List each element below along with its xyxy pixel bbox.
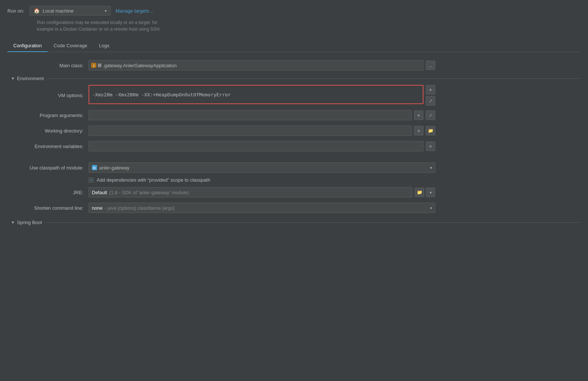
module-icon: ▤ <box>92 165 97 170</box>
working-dir-field[interactable] <box>89 126 412 136</box>
shorten-detail-text: - java [options] className [args] <box>105 205 174 211</box>
run-on-description: Run configurations may be executed local… <box>37 19 581 32</box>
jre-dropdown[interactable]: Default (1.8 - SDK of 'anler-gateway' mo… <box>89 187 412 198</box>
expand-icon2: ⤢ <box>429 113 432 118</box>
jre-label: JRE: <box>7 190 89 195</box>
add-deps-checkbox[interactable]: ✓ <box>89 178 94 183</box>
main-class-field[interactable] <box>103 63 421 68</box>
main-class-label: Main class: <box>7 63 89 68</box>
run-on-label: Run on: <box>7 8 24 14</box>
tab-logs[interactable]: Logs <box>93 40 115 52</box>
run-on-row: Run on: 🏠 Local machine ▾ Manage targets… <box>7 6 581 16</box>
java-icon: J <box>91 63 96 68</box>
shorten-cmd-dropdown[interactable]: none - java [options] className [args] ▾ <box>89 203 435 213</box>
home-icon: 🏠 <box>34 8 40 14</box>
program-args-label: Program arguments: <box>7 113 89 118</box>
form-section: Main class: J ... ▼ Environment VM optio… <box>7 59 581 225</box>
program-args-row: Program arguments: + ⤢ <box>7 109 581 121</box>
program-args-expand-button[interactable]: ⤢ <box>426 110 435 120</box>
main-class-row: Main class: J ... <box>7 59 581 71</box>
jre-browse-button[interactable]: 📁 <box>415 188 424 197</box>
env-vars-browse-button[interactable]: ≡ <box>426 141 435 151</box>
checkbox-label: Add dependencies with “provided” scope t… <box>97 177 210 183</box>
spring-boot-collapse-arrow[interactable]: ▼ <box>11 220 15 224</box>
jre-detail-text: (1.8 - SDK of 'anler-gateway' module) <box>109 190 189 195</box>
classpath-module-text: anler-gateway <box>99 165 129 171</box>
tabs-row: Configuration Code Coverage Logs <box>7 40 581 52</box>
spring-boot-section-label: Spring Boot <box>17 220 42 225</box>
shorten-none-text: none <box>92 205 103 211</box>
jre-folder-icon: 📁 <box>417 190 422 195</box>
env-vars-field[interactable] <box>89 141 423 151</box>
working-dir-label: Working directory: <box>7 128 89 134</box>
shorten-arrow-icon: ▾ <box>430 206 432 210</box>
jre-default-text: Default <box>92 190 107 195</box>
vm-options-field[interactable] <box>92 92 420 97</box>
env-vars-icon: ≡ <box>429 144 432 148</box>
manage-targets-link[interactable]: Manage targets... <box>116 8 153 14</box>
env-vars-label: Environment variables: <box>7 144 89 149</box>
environment-collapse-arrow[interactable]: ▼ <box>11 76 15 80</box>
program-args-add-button[interactable]: + <box>414 110 423 120</box>
main-class-input-container: J ... <box>89 60 435 71</box>
environment-section-header: ▼ Environment <box>7 76 581 81</box>
environment-section-label: Environment <box>17 76 44 81</box>
classpath-row: Use classpath of module: ▤ anler-gateway… <box>7 162 581 174</box>
program-args-field[interactable] <box>89 110 412 120</box>
vm-options-expand-button[interactable]: ⤢ <box>426 96 435 106</box>
run-on-dropdown-text: Local machine <box>43 8 102 14</box>
environment-section-line <box>46 78 581 79</box>
jre-dropdown-button[interactable]: ▾ <box>426 188 435 197</box>
working-dir-add-button[interactable]: + <box>414 126 423 135</box>
file-icon <box>98 64 101 67</box>
working-dir-row: Working directory: + 📁 <box>7 125 581 137</box>
env-vars-row: Environment variables: ≡ <box>7 140 581 152</box>
classpath-dropdown[interactable]: ▤ anler-gateway ▾ <box>89 162 435 173</box>
spring-boot-section-line <box>44 222 581 223</box>
folder-icon: 📁 <box>428 128 433 133</box>
jre-actions: 📁 ▾ <box>415 188 435 197</box>
expand-icon: ⤢ <box>429 99 432 103</box>
main-class-input-box[interactable]: J <box>89 60 423 71</box>
jre-row: JRE: Default (1.8 - SDK of 'anler-gatewa… <box>7 186 581 198</box>
tab-configuration[interactable]: Configuration <box>7 40 48 52</box>
classpath-label: Use classpath of module: <box>7 165 89 171</box>
main-class-browse-button[interactable]: ... <box>426 61 435 70</box>
spacer <box>7 156 581 162</box>
checkbox-row: ✓ Add dependencies with “provided” scope… <box>89 177 581 183</box>
vm-options-row: VM options: + ⤢ <box>7 85 581 106</box>
vm-options-label: VM options: <box>7 93 89 98</box>
working-dir-browse-button[interactable]: 📁 <box>426 126 435 135</box>
spring-boot-section-header: ▼ Spring Boot <box>7 220 581 225</box>
run-config-panel: Run on: 🏠 Local machine ▾ Manage targets… <box>0 0 588 231</box>
classpath-dropdown-arrow: ▾ <box>430 166 432 170</box>
run-on-dropdown[interactable]: 🏠 Local machine ▾ <box>30 6 111 16</box>
chevron-down-icon: ▾ <box>105 9 107 13</box>
shorten-cmd-label: Shorten command line: <box>7 205 89 211</box>
vm-options-box[interactable] <box>89 85 423 104</box>
tab-code-coverage[interactable]: Code Coverage <box>48 40 93 52</box>
jre-arrow-icon: ▾ <box>430 190 432 195</box>
vm-options-add-button[interactable]: + <box>426 85 435 95</box>
shorten-cmd-row: Shorten command line: none - java [optio… <box>7 202 581 214</box>
